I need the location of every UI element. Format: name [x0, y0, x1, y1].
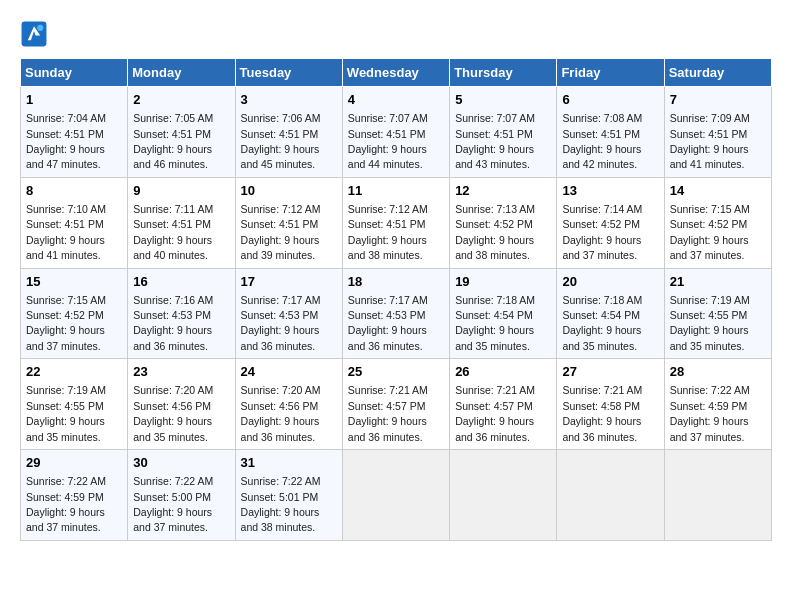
day-info: Sunrise: 7:19 AMSunset: 4:55 PMDaylight:… [670, 294, 750, 352]
day-number: 14 [670, 182, 766, 200]
day-info: Sunrise: 7:17 AMSunset: 4:53 PMDaylight:… [348, 294, 428, 352]
calendar-week-row: 15 Sunrise: 7:15 AMSunset: 4:52 PMDaylig… [21, 268, 772, 359]
day-info: Sunrise: 7:15 AMSunset: 4:52 PMDaylight:… [26, 294, 106, 352]
calendar-day-cell: 25 Sunrise: 7:21 AMSunset: 4:57 PMDaylig… [342, 359, 449, 450]
calendar-day-cell: 28 Sunrise: 7:22 AMSunset: 4:59 PMDaylig… [664, 359, 771, 450]
calendar-header-row: SundayMondayTuesdayWednesdayThursdayFrid… [21, 59, 772, 87]
day-info: Sunrise: 7:20 AMSunset: 4:56 PMDaylight:… [133, 384, 213, 442]
calendar-day-cell: 5 Sunrise: 7:07 AMSunset: 4:51 PMDayligh… [450, 87, 557, 178]
calendar-day-cell: 24 Sunrise: 7:20 AMSunset: 4:56 PMDaylig… [235, 359, 342, 450]
calendar-day-cell: 4 Sunrise: 7:07 AMSunset: 4:51 PMDayligh… [342, 87, 449, 178]
calendar-week-row: 1 Sunrise: 7:04 AMSunset: 4:51 PMDayligh… [21, 87, 772, 178]
calendar-empty-cell [450, 450, 557, 541]
day-number: 13 [562, 182, 658, 200]
day-number: 7 [670, 91, 766, 109]
day-info: Sunrise: 7:22 AMSunset: 4:59 PMDaylight:… [670, 384, 750, 442]
calendar-day-cell: 11 Sunrise: 7:12 AMSunset: 4:51 PMDaylig… [342, 177, 449, 268]
day-info: Sunrise: 7:14 AMSunset: 4:52 PMDaylight:… [562, 203, 642, 261]
calendar-day-cell: 26 Sunrise: 7:21 AMSunset: 4:57 PMDaylig… [450, 359, 557, 450]
day-number: 19 [455, 273, 551, 291]
calendar-empty-cell [664, 450, 771, 541]
day-number: 9 [133, 182, 229, 200]
day-number: 1 [26, 91, 122, 109]
calendar-day-cell: 20 Sunrise: 7:18 AMSunset: 4:54 PMDaylig… [557, 268, 664, 359]
day-info: Sunrise: 7:20 AMSunset: 4:56 PMDaylight:… [241, 384, 321, 442]
calendar-day-cell: 19 Sunrise: 7:18 AMSunset: 4:54 PMDaylig… [450, 268, 557, 359]
calendar-week-row: 8 Sunrise: 7:10 AMSunset: 4:51 PMDayligh… [21, 177, 772, 268]
day-number: 11 [348, 182, 444, 200]
day-number: 31 [241, 454, 337, 472]
day-info: Sunrise: 7:07 AMSunset: 4:51 PMDaylight:… [455, 112, 535, 170]
day-number: 22 [26, 363, 122, 381]
calendar-day-cell: 30 Sunrise: 7:22 AMSunset: 5:00 PMDaylig… [128, 450, 235, 541]
calendar-table: SundayMondayTuesdayWednesdayThursdayFrid… [20, 58, 772, 541]
calendar-day-cell: 17 Sunrise: 7:17 AMSunset: 4:53 PMDaylig… [235, 268, 342, 359]
col-header-monday: Monday [128, 59, 235, 87]
day-number: 3 [241, 91, 337, 109]
day-number: 20 [562, 273, 658, 291]
calendar-week-row: 29 Sunrise: 7:22 AMSunset: 4:59 PMDaylig… [21, 450, 772, 541]
day-info: Sunrise: 7:12 AMSunset: 4:51 PMDaylight:… [241, 203, 321, 261]
day-info: Sunrise: 7:13 AMSunset: 4:52 PMDaylight:… [455, 203, 535, 261]
calendar-empty-cell [557, 450, 664, 541]
calendar-day-cell: 12 Sunrise: 7:13 AMSunset: 4:52 PMDaylig… [450, 177, 557, 268]
logo-icon [20, 20, 48, 48]
day-info: Sunrise: 7:09 AMSunset: 4:51 PMDaylight:… [670, 112, 750, 170]
day-number: 4 [348, 91, 444, 109]
calendar-day-cell: 31 Sunrise: 7:22 AMSunset: 5:01 PMDaylig… [235, 450, 342, 541]
day-info: Sunrise: 7:21 AMSunset: 4:57 PMDaylight:… [348, 384, 428, 442]
day-number: 6 [562, 91, 658, 109]
day-info: Sunrise: 7:22 AMSunset: 5:00 PMDaylight:… [133, 475, 213, 533]
calendar-day-cell: 9 Sunrise: 7:11 AMSunset: 4:51 PMDayligh… [128, 177, 235, 268]
day-info: Sunrise: 7:07 AMSunset: 4:51 PMDaylight:… [348, 112, 428, 170]
calendar-day-cell: 2 Sunrise: 7:05 AMSunset: 4:51 PMDayligh… [128, 87, 235, 178]
calendar-day-cell: 3 Sunrise: 7:06 AMSunset: 4:51 PMDayligh… [235, 87, 342, 178]
day-number: 30 [133, 454, 229, 472]
day-info: Sunrise: 7:06 AMSunset: 4:51 PMDaylight:… [241, 112, 321, 170]
calendar-empty-cell [342, 450, 449, 541]
day-number: 5 [455, 91, 551, 109]
day-info: Sunrise: 7:16 AMSunset: 4:53 PMDaylight:… [133, 294, 213, 352]
page-header [20, 20, 772, 48]
logo [20, 20, 52, 48]
calendar-day-cell: 27 Sunrise: 7:21 AMSunset: 4:58 PMDaylig… [557, 359, 664, 450]
calendar-day-cell: 6 Sunrise: 7:08 AMSunset: 4:51 PMDayligh… [557, 87, 664, 178]
day-info: Sunrise: 7:04 AMSunset: 4:51 PMDaylight:… [26, 112, 106, 170]
day-number: 12 [455, 182, 551, 200]
calendar-day-cell: 18 Sunrise: 7:17 AMSunset: 4:53 PMDaylig… [342, 268, 449, 359]
day-number: 29 [26, 454, 122, 472]
col-header-thursday: Thursday [450, 59, 557, 87]
svg-point-2 [37, 25, 43, 31]
calendar-day-cell: 1 Sunrise: 7:04 AMSunset: 4:51 PMDayligh… [21, 87, 128, 178]
day-info: Sunrise: 7:11 AMSunset: 4:51 PMDaylight:… [133, 203, 213, 261]
day-number: 15 [26, 273, 122, 291]
day-number: 27 [562, 363, 658, 381]
day-number: 21 [670, 273, 766, 291]
calendar-day-cell: 8 Sunrise: 7:10 AMSunset: 4:51 PMDayligh… [21, 177, 128, 268]
calendar-day-cell: 16 Sunrise: 7:16 AMSunset: 4:53 PMDaylig… [128, 268, 235, 359]
day-info: Sunrise: 7:21 AMSunset: 4:57 PMDaylight:… [455, 384, 535, 442]
col-header-wednesday: Wednesday [342, 59, 449, 87]
day-info: Sunrise: 7:22 AMSunset: 4:59 PMDaylight:… [26, 475, 106, 533]
day-info: Sunrise: 7:22 AMSunset: 5:01 PMDaylight:… [241, 475, 321, 533]
day-number: 26 [455, 363, 551, 381]
day-info: Sunrise: 7:08 AMSunset: 4:51 PMDaylight:… [562, 112, 642, 170]
calendar-day-cell: 21 Sunrise: 7:19 AMSunset: 4:55 PMDaylig… [664, 268, 771, 359]
day-number: 23 [133, 363, 229, 381]
calendar-day-cell: 13 Sunrise: 7:14 AMSunset: 4:52 PMDaylig… [557, 177, 664, 268]
day-number: 10 [241, 182, 337, 200]
day-number: 18 [348, 273, 444, 291]
calendar-day-cell: 15 Sunrise: 7:15 AMSunset: 4:52 PMDaylig… [21, 268, 128, 359]
day-info: Sunrise: 7:12 AMSunset: 4:51 PMDaylight:… [348, 203, 428, 261]
col-header-friday: Friday [557, 59, 664, 87]
day-number: 25 [348, 363, 444, 381]
day-number: 17 [241, 273, 337, 291]
col-header-tuesday: Tuesday [235, 59, 342, 87]
calendar-week-row: 22 Sunrise: 7:19 AMSunset: 4:55 PMDaylig… [21, 359, 772, 450]
calendar-day-cell: 7 Sunrise: 7:09 AMSunset: 4:51 PMDayligh… [664, 87, 771, 178]
calendar-day-cell: 23 Sunrise: 7:20 AMSunset: 4:56 PMDaylig… [128, 359, 235, 450]
day-info: Sunrise: 7:18 AMSunset: 4:54 PMDaylight:… [455, 294, 535, 352]
col-header-sunday: Sunday [21, 59, 128, 87]
day-info: Sunrise: 7:17 AMSunset: 4:53 PMDaylight:… [241, 294, 321, 352]
day-info: Sunrise: 7:05 AMSunset: 4:51 PMDaylight:… [133, 112, 213, 170]
